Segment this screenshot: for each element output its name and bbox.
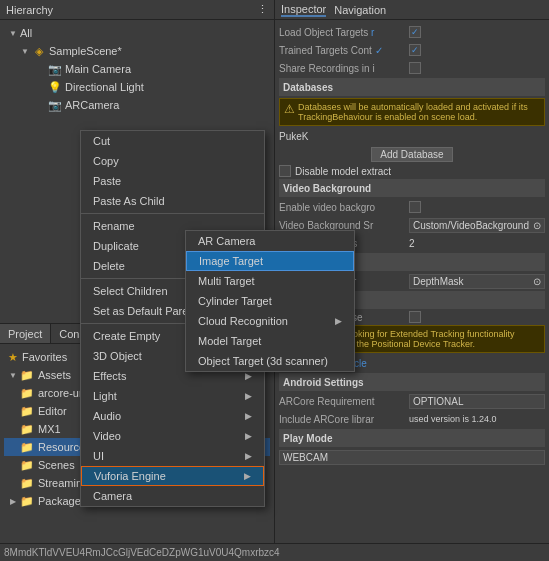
project-tab[interactable]: Project — [0, 324, 51, 343]
databases-warning: ⚠ Databases will be automatically loaded… — [279, 98, 545, 126]
hierarchy-title: Hierarchy — [6, 4, 53, 16]
menu-cut[interactable]: Cut — [81, 131, 264, 151]
all-arrow: ▼ — [8, 28, 18, 38]
streaming-folder-icon: 📁 — [20, 477, 34, 490]
webcam-row: WEBCAM — [279, 449, 545, 465]
hierarchy-main-camera[interactable]: ▶ 📷 Main Camera — [0, 60, 274, 78]
occ-arrow: ⊙ — [533, 276, 541, 287]
favorites-label: Favorites — [22, 351, 67, 363]
trained-targets-row: Trained Targets Cont ✓ — [279, 42, 545, 58]
light-icon: 💡 — [48, 80, 62, 94]
menu-paste[interactable]: Paste — [81, 171, 264, 191]
enable-video-label: Enable video backgro — [279, 202, 409, 213]
packages-arrow: ▶ — [8, 496, 18, 506]
arcam-label: ARCamera — [65, 99, 119, 111]
ar-req-dropdown[interactable]: OPTIONAL — [409, 394, 545, 409]
android-section: Android Settings — [279, 373, 545, 391]
disable-extract-label: Disable model extract — [295, 166, 391, 177]
status-bar: 8MmdKTldVVEU4RmJCcGljVEdCeDZpWG1uV0U4Qmx… — [0, 543, 549, 561]
menu-vuforia[interactable]: Vuforia Engine ▶ — [81, 466, 264, 486]
resources-folder-icon: 📁 — [20, 441, 34, 454]
inspector-tab[interactable]: Inspector — [281, 3, 326, 17]
webcam-dropdown[interactable]: WEBCAM — [279, 450, 545, 465]
load-targets-label: Load Object Targets r — [279, 27, 409, 38]
submenu-image-target[interactable]: Image Target — [186, 251, 354, 271]
disable-extract-checkbox[interactable] — [279, 165, 291, 177]
play-mode-section: Play Mode — [279, 429, 545, 447]
navigation-tab[interactable]: Navigation — [334, 4, 386, 16]
effects-arrow: ▶ — [245, 371, 252, 381]
ui-arrow: ▶ — [245, 451, 252, 461]
track-pose-checkbox[interactable] — [409, 311, 421, 323]
enable-video-checkbox[interactable] — [409, 201, 421, 213]
hierarchy-directional-light[interactable]: ▶ 💡 Directional Light — [0, 78, 274, 96]
submenu-cylinder-target[interactable]: Cylinder Target — [186, 291, 354, 311]
hierarchy-all[interactable]: ▼ All — [0, 24, 274, 42]
hierarchy-menu-icon[interactable]: ⋮ — [257, 3, 268, 16]
warning-icon: ⚠ — [284, 102, 295, 122]
video-bg-dropdown[interactable]: Custom/VideoBackground ⊙ — [409, 218, 545, 233]
hierarchy-header: Hierarchy ⋮ — [0, 0, 274, 20]
db-name-row: PukeK — [279, 128, 545, 144]
vuforia-arrow: ▶ — [244, 471, 251, 481]
dropdown-arrow: ⊙ — [533, 220, 541, 231]
main-container: Hierarchy ⋮ ▼ All ▼ ◈ SampleScene* ▶ 📷 M… — [0, 0, 549, 561]
databases-section: Databases — [279, 78, 545, 96]
menu-camera[interactable]: Camera — [81, 486, 264, 506]
camera-icon: 📷 — [48, 62, 62, 76]
share-label: Share Recordings in i — [279, 63, 409, 74]
scenes-folder-icon: 📁 — [20, 459, 34, 472]
menu-ui[interactable]: UI▶ — [81, 446, 264, 466]
submenu-cloud-recognition[interactable]: Cloud Recognition ▶ — [186, 311, 354, 331]
share-checkbox[interactable] — [409, 62, 421, 74]
video-arrow: ▶ — [245, 431, 252, 441]
inspector-header: Inspector Navigation — [275, 0, 549, 20]
hierarchy-ar-camera[interactable]: ▶ 📷 ARCamera — [0, 96, 274, 114]
mx1-folder-icon: 📁 — [20, 423, 34, 436]
submenu-multi-target[interactable]: Multi Target — [186, 271, 354, 291]
main-camera-label: Main Camera — [65, 63, 131, 75]
submenu-model-target[interactable]: Model Target — [186, 331, 354, 351]
hierarchy-content: ▼ All ▼ ◈ SampleScene* ▶ 📷 Main Camera ▶… — [0, 20, 274, 118]
menu-copy[interactable]: Copy — [81, 151, 264, 171]
trained-checkbox[interactable] — [409, 44, 421, 56]
vuforia-submenu: AR Camera Image Target Multi Target Cyli… — [185, 230, 355, 372]
hierarchy-sample-scene[interactable]: ▼ ◈ SampleScene* — [0, 42, 274, 60]
mx1-label: MX1 — [38, 423, 61, 435]
directional-light-label: Directional Light — [65, 81, 144, 93]
scenes-label: Scenes — [38, 459, 75, 471]
ar-core-value: used version is 1.24.0 — [409, 414, 497, 424]
audio-arrow: ▶ — [245, 411, 252, 421]
scene-arrow: ▼ — [20, 46, 30, 56]
load-targets-row: Load Object Targets r — [279, 24, 545, 40]
add-database-button[interactable]: Add Database — [371, 147, 452, 162]
assets-folder-icon: 📁 — [20, 369, 34, 382]
light-sub-arrow: ▶ — [245, 391, 252, 401]
video-bg-label: Video Background Sr — [279, 220, 409, 231]
ar-core-label: Include ARCore librar — [279, 414, 409, 425]
submenu-ar-camera[interactable]: AR Camera — [186, 231, 354, 251]
sep1 — [81, 213, 264, 214]
menu-video[interactable]: Video▶ — [81, 426, 264, 446]
disable-extract-row: Disable model extract — [279, 165, 545, 177]
assets-label: Assets — [38, 369, 71, 381]
db-name: PukeK — [279, 131, 308, 142]
arcam-icon: 📷 — [48, 98, 62, 112]
ar-core-row: Include ARCore librar used version is 1.… — [279, 411, 545, 427]
cloud-arrow: ▶ — [335, 316, 342, 326]
trained-label: Trained Targets Cont ✓ — [279, 45, 409, 56]
menu-audio[interactable]: Audio▶ — [81, 406, 264, 426]
occlusion-dropdown[interactable]: DepthMask ⊙ — [409, 274, 545, 289]
assets-arrow: ▼ — [8, 370, 18, 380]
enable-video-row: Enable video backgro — [279, 199, 545, 215]
menu-light[interactable]: Light▶ — [81, 386, 264, 406]
ar-req-label: ARCore Requirement — [279, 396, 409, 407]
arcore-folder-icon: 📁 — [20, 387, 34, 400]
editor-folder-icon: 📁 — [20, 405, 34, 418]
load-targets-checkbox[interactable] — [409, 26, 421, 38]
submenu-object-target[interactable]: Object Target (3d scanner) — [186, 351, 354, 371]
share-recordings-row: Share Recordings in i — [279, 60, 545, 76]
ar-req-row: ARCore Requirement OPTIONAL — [279, 393, 545, 409]
menu-paste-child[interactable]: Paste As Child — [81, 191, 264, 211]
video-bg-section: Video Background — [279, 179, 545, 197]
